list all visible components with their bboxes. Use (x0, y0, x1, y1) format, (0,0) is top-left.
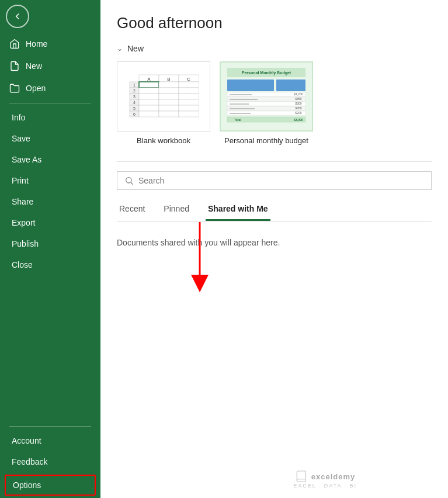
greeting-text: Good afternoon (117, 14, 432, 32)
sidebar-divider-1 (9, 103, 91, 103)
watermark-icon (295, 470, 308, 483)
sidebar-item-save-as[interactable]: Save As (0, 149, 100, 170)
svg-rect-25 (139, 94, 159, 99)
svg-point-60 (126, 178, 131, 183)
svg-rect-22 (139, 88, 159, 94)
new-section-label: New (127, 44, 144, 53)
svg-rect-30 (179, 99, 199, 105)
svg-rect-31 (139, 105, 159, 111)
search-input[interactable] (138, 176, 424, 185)
svg-rect-23 (159, 88, 179, 94)
tab-recent[interactable]: Recent (117, 199, 147, 221)
svg-text:4: 4 (133, 101, 136, 105)
chevron-down-icon: ⌄ (117, 44, 123, 53)
sidebar-item-new[interactable]: New (0, 55, 100, 77)
svg-text:B: B (167, 77, 170, 82)
sidebar-item-info[interactable]: Info (0, 107, 100, 128)
template-budget[interactable]: Personal Monthly Budget (220, 61, 313, 145)
sidebar-item-open-label: Open (26, 84, 46, 93)
sidebar-item-print[interactable]: Print (0, 170, 100, 191)
svg-text:$3,000: $3,000 (294, 118, 303, 122)
sidebar-item-open[interactable]: Open (0, 77, 100, 99)
svg-text:6: 6 (133, 112, 136, 116)
template-budget-thumb: Personal Monthly Budget (220, 61, 313, 132)
main-wrapper: Good afternoon ⌄ New A (100, 0, 448, 498)
svg-rect-35 (159, 111, 179, 117)
sidebar: Home New Open Info Save Save As Print Sh… (0, 0, 100, 498)
svg-rect-41 (276, 79, 305, 91)
sidebar-item-home-label: Home (26, 39, 47, 49)
svg-rect-28 (139, 99, 159, 105)
new-section-header: ⌄ New (117, 44, 432, 53)
tab-pinned[interactable]: Pinned (161, 199, 192, 221)
section-divider (117, 161, 432, 162)
svg-rect-36 (179, 111, 199, 117)
template-budget-label: Personal monthly budget (224, 136, 308, 145)
svg-line-61 (131, 182, 133, 185)
red-arrow-annotation (182, 222, 217, 292)
svg-rect-29 (159, 99, 179, 105)
svg-rect-27 (179, 94, 199, 99)
sidebar-item-home[interactable]: Home (0, 33, 100, 55)
svg-rect-32 (159, 105, 179, 111)
tabs: Recent Pinned Shared with Me (117, 199, 432, 222)
sidebar-item-share[interactable]: Share (0, 191, 100, 212)
svg-rect-19 (139, 82, 159, 88)
sidebar-divider-2 (9, 426, 91, 427)
svg-marker-63 (191, 275, 209, 292)
svg-text:$1,200: $1,200 (294, 92, 303, 96)
back-button[interactable] (6, 5, 29, 28)
template-blank-label: Blank workbook (137, 136, 190, 145)
template-blank[interactable]: A B C 1 2 3 4 5 (117, 61, 210, 145)
svg-rect-24 (179, 88, 199, 94)
svg-rect-40 (227, 79, 274, 91)
watermark: exceldemy EXCEL · DATA · BI (293, 470, 357, 489)
sidebar-item-export[interactable]: Export (0, 212, 100, 233)
svg-rect-20 (159, 82, 179, 88)
svg-text:Personal Monthly Budget: Personal Monthly Budget (242, 71, 291, 75)
svg-text:1: 1 (133, 83, 136, 87)
sidebar-item-publish[interactable]: Publish (0, 233, 100, 254)
search-bar[interactable] (117, 171, 432, 190)
svg-text:3: 3 (133, 95, 136, 99)
sidebar-item-close[interactable]: Close (0, 254, 100, 275)
tab-shared[interactable]: Shared with Me (206, 199, 270, 221)
svg-rect-33 (179, 105, 199, 111)
svg-text:A: A (147, 77, 151, 82)
sidebar-item-feedback[interactable]: Feedback (0, 451, 100, 472)
main-content: Good afternoon ⌄ New A (100, 0, 448, 498)
svg-text:$450: $450 (295, 106, 301, 110)
sidebar-item-account[interactable]: Account (0, 430, 100, 451)
svg-text:5: 5 (133, 106, 136, 110)
templates-row: A B C 1 2 3 4 5 (117, 61, 432, 145)
svg-text:2: 2 (133, 89, 136, 93)
svg-text:C: C (187, 77, 190, 82)
search-icon (124, 176, 134, 185)
sidebar-item-options[interactable]: Options (5, 475, 96, 496)
watermark-logo: exceldemy (311, 472, 356, 481)
svg-rect-21 (179, 82, 199, 88)
watermark-sub: EXCEL · DATA · BI (293, 483, 357, 489)
svg-text:Total: Total (234, 118, 241, 122)
sidebar-item-new-label: New (26, 61, 42, 71)
sidebar-item-save[interactable]: Save (0, 128, 100, 149)
svg-rect-26 (159, 94, 179, 99)
svg-rect-34 (139, 111, 159, 117)
svg-text:$850: $850 (295, 97, 301, 101)
svg-text:$200: $200 (295, 111, 301, 115)
empty-state-text: Documents shared with you will appear he… (117, 238, 432, 247)
sidebar-bottom: Account Feedback Options (0, 423, 100, 498)
template-blank-thumb: A B C 1 2 3 4 5 (117, 61, 210, 132)
svg-text:$300: $300 (295, 102, 301, 105)
